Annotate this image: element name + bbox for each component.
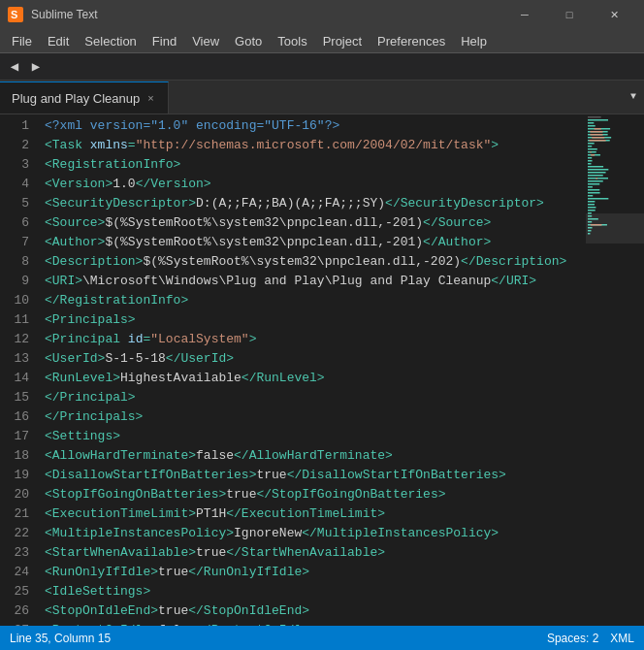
line-number: 26 xyxy=(4,601,29,621)
window-controls: ─ □ ✕ xyxy=(502,0,636,29)
menu-item-help[interactable]: Help xyxy=(453,30,495,51)
minimize-button[interactable]: ─ xyxy=(502,0,547,29)
minimap xyxy=(586,114,644,626)
toolbar: ◀ ▶ xyxy=(0,53,644,81)
line-number: 16 xyxy=(4,407,29,427)
code-line: <IdleSettings> xyxy=(37,582,586,601)
code-line: <Description>$(%SystemRoot%\system32\pnp… xyxy=(37,252,586,272)
editor-area: 1234567891011121314151617181920212223242… xyxy=(0,114,644,626)
code-line: <UserId>S-1-5-18</UserId> xyxy=(37,349,586,369)
code-area[interactable]: <?xml version="1.0" encoding="UTF-16"?><… xyxy=(37,114,586,626)
menu-item-tools[interactable]: Tools xyxy=(270,30,314,51)
line-number: 10 xyxy=(4,291,29,310)
active-tab[interactable]: Plug and Play Cleanup × xyxy=(0,81,169,114)
title-bar: S Sublime Text ─ □ ✕ xyxy=(0,0,644,29)
line-number: 7 xyxy=(4,233,29,252)
code-line: <?xml version="1.0" encoding="UTF-16"?> xyxy=(37,116,586,136)
language-indicator[interactable]: XML xyxy=(610,632,634,645)
code-line: <StopOnIdleEnd>true</StopOnIdleEnd> xyxy=(37,601,586,621)
line-number: 15 xyxy=(4,388,29,407)
code-line: <Source>$(%SystemRoot%\system32\pnpclean… xyxy=(37,213,586,233)
tab-close-button[interactable]: × xyxy=(145,91,155,105)
menu-item-file[interactable]: File xyxy=(4,30,40,51)
line-number: 12 xyxy=(4,330,29,349)
line-number: 25 xyxy=(4,582,29,601)
maximize-button[interactable]: □ xyxy=(547,0,592,29)
menu-item-preferences[interactable]: Preferences xyxy=(370,30,453,51)
line-number: 24 xyxy=(4,563,29,582)
code-line: <URI>\Microsoft\Windows\Plug and Play\Pl… xyxy=(37,272,586,291)
code-line: <Principals> xyxy=(37,310,586,330)
window-title: Sublime Text xyxy=(31,8,502,21)
line-number: 5 xyxy=(4,194,29,213)
code-line: <AllowHardTerminate>false</AllowHardTerm… xyxy=(37,446,586,466)
code-line: <RunOnlyIfIdle>true</RunOnlyIfIdle> xyxy=(37,563,586,582)
line-number: 11 xyxy=(4,310,29,330)
menu-item-goto[interactable]: Goto xyxy=(227,30,270,51)
code-line: <RegistrationInfo> xyxy=(37,155,586,175)
line-number: 17 xyxy=(4,427,29,446)
menu-item-find[interactable]: Find xyxy=(145,30,184,51)
code-line: <Version>1.0</Version> xyxy=(37,175,586,194)
line-number: 6 xyxy=(4,213,29,233)
tab-dropdown-button[interactable]: ▼ xyxy=(623,80,644,114)
line-number: 20 xyxy=(4,485,29,504)
code-line: <RestartOnIdle>false</RestartOnIdle> xyxy=(37,621,586,626)
line-number: 4 xyxy=(4,175,29,194)
svg-text:S: S xyxy=(11,9,17,20)
prev-button[interactable]: ◀ xyxy=(4,56,25,78)
code-line: </Principal> xyxy=(37,388,586,407)
close-button[interactable]: ✕ xyxy=(592,0,636,29)
code-line: <SecurityDescriptor>D:(A;;FA;;BA)(A;;FA;… xyxy=(37,194,586,213)
line-number: 21 xyxy=(4,504,29,524)
code-line: <StartWhenAvailable>true</StartWhenAvail… xyxy=(37,543,586,563)
code-line: <DisallowStartIfOnBatteries>true</Disall… xyxy=(37,466,586,485)
line-number: 8 xyxy=(4,252,29,272)
code-line: <Author>$(%SystemRoot%\system32\pnpclean… xyxy=(37,233,586,252)
line-number: 9 xyxy=(4,272,29,291)
line-number: 22 xyxy=(4,524,29,543)
status-left: Line 35, Column 15 xyxy=(10,632,111,645)
status-bar: Line 35, Column 15 Spaces: 2 XML xyxy=(0,626,644,650)
line-number: 19 xyxy=(4,466,29,485)
status-right: Spaces: 2 XML xyxy=(547,632,634,645)
code-line: <Task xmlns="http://schemas.microsoft.co… xyxy=(37,136,586,155)
code-line: </RegistrationInfo> xyxy=(37,291,586,310)
code-line: <Principal id="LocalSystem"> xyxy=(37,330,586,349)
tab-bar: Plug and Play Cleanup × ▼ xyxy=(0,81,644,114)
next-button[interactable]: ▶ xyxy=(25,56,47,78)
code-line: <MultipleInstancesPolicy>IgnoreNew</Mult… xyxy=(37,524,586,543)
line-number: 1 xyxy=(4,116,29,136)
cursor-position: Line 35, Column 15 xyxy=(10,632,111,645)
app-icon: S xyxy=(8,7,23,22)
code-line: </Principals> xyxy=(37,407,586,427)
minimap-canvas xyxy=(586,114,644,244)
menu-item-view[interactable]: View xyxy=(184,30,227,51)
line-number: 23 xyxy=(4,543,29,563)
menu-item-project[interactable]: Project xyxy=(315,30,370,51)
spaces-indicator[interactable]: Spaces: 2 xyxy=(547,632,598,645)
line-number: 14 xyxy=(4,369,29,388)
line-number: 2 xyxy=(4,136,29,155)
menu-item-edit[interactable]: Edit xyxy=(40,30,77,51)
code-line: <StopIfGoingOnBatteries>true</StopIfGoin… xyxy=(37,485,586,504)
line-number: 13 xyxy=(4,349,29,369)
menu-item-selection[interactable]: Selection xyxy=(77,30,144,51)
line-number: 27 xyxy=(4,621,29,626)
code-line: <RunLevel>HighestAvailable</RunLevel> xyxy=(37,369,586,388)
line-numbers: 1234567891011121314151617181920212223242… xyxy=(0,114,37,626)
line-number: 18 xyxy=(4,446,29,466)
line-number: 3 xyxy=(4,155,29,175)
menu-bar: FileEditSelectionFindViewGotoToolsProjec… xyxy=(0,29,644,53)
tab-label: Plug and Play Cleanup xyxy=(12,91,140,106)
code-line: <Settings> xyxy=(37,427,586,446)
code-line: <ExecutionTimeLimit>PT1H</ExecutionTimeL… xyxy=(37,504,586,524)
